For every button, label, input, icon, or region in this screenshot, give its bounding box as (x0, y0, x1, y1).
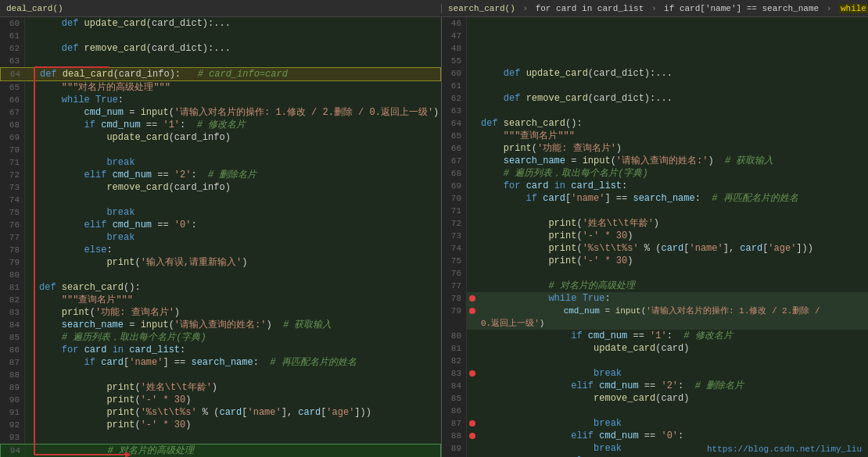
line-89: 89 print('姓名\t\t年龄') (0, 381, 441, 394)
left-code-scroll[interactable]: 60 def update_card(card_dict):... 61 62 … (0, 17, 441, 457)
line-90: 90 print('-' * 30) (0, 394, 441, 406)
line-83: 83 print('功能: 查询名片') (0, 306, 441, 319)
line-72: 72 elif cmd_num == '2': # 删除名片 (0, 169, 441, 181)
r-line-66: 66 print('功能: 查询名片') (442, 142, 868, 155)
line-82: 82 """查询名片""" (0, 294, 441, 306)
code-container: 60 def update_card(card_dict):... 61 62 … (0, 17, 868, 457)
r-line-71: 71 (442, 205, 868, 217)
right-code-lines: 46 47 48 55 (442, 17, 868, 457)
r-line-55: 55 (442, 55, 868, 67)
line-64: 64 def deal_card(card_info): # card_info… (0, 67, 441, 81)
r-line-60: 60 def update_card(card_dict):... (442, 67, 868, 80)
line-66: 66 while True: (0, 94, 441, 106)
line-79: 79 print('输入有误,请重新输入') (0, 256, 441, 269)
r-line-76: 76 (442, 267, 868, 280)
right-code-scroll[interactable]: 46 47 48 55 (442, 17, 868, 457)
line-85: 85 # 遍历列表，取出每个名片(字典) (0, 331, 441, 344)
line-68: 68 if cmd_num == '1': # 修改名片 (0, 119, 441, 131)
r-line-67: 67 search_name = input('请输入查询的姓名:') # 获取… (442, 155, 868, 167)
line-62: 62 def remove_card(card_dict):... (0, 42, 441, 55)
line-76: 76 elif cmd_num == '0': (0, 219, 441, 231)
r-line-69: 69 for card in card_list: (442, 180, 868, 192)
line-74: 74 (0, 194, 441, 206)
line-91: 91 print('%s\t\t%s' % (card['name'], car… (0, 406, 441, 419)
breadcrumb-sep3: › (827, 4, 837, 13)
line-63: 63 (0, 55, 441, 67)
r-line-62: 62 def remove_card(card_dict):... (442, 92, 868, 105)
breadcrumb-r1: search_card() (448, 4, 515, 13)
line-71: 71 break (0, 156, 441, 169)
right-panel: 46 47 48 55 (442, 17, 868, 457)
breadcrumb-left: deal_card() (0, 4, 442, 13)
r-line-61: 61 (442, 80, 868, 92)
r-line-88: 88 elif cmd_num == '0': (442, 430, 868, 442)
r-line-79: 79 cmd_num = input('请输入对名片的操作: 1.修改 / 2.… (442, 305, 868, 317)
line-84: 84 search_name = input('请输入查询的姓名:') # 获取… (0, 319, 441, 331)
line-87: 87 if card['name'] == search_name: # 再匹配… (0, 356, 441, 369)
breadcrumb-bar: deal_card() search_card() › for card in … (0, 0, 868, 17)
line-80: 80 (0, 269, 441, 281)
line-75: 75 break (0, 206, 441, 219)
left-panel: 60 def update_card(card_dict):... 61 62 … (0, 17, 442, 457)
line-86: 86 for card in card_list: (0, 344, 441, 356)
line-61: 61 (0, 30, 441, 42)
r-line-82: 82 (442, 355, 868, 367)
line-69: 69 update_card(card_info) (0, 131, 441, 144)
line-93: 93 (0, 431, 441, 444)
r-line-84: 84 elif cmd_num == '2': # 删除名片 (442, 380, 868, 392)
r-line-46: 46 (442, 17, 868, 30)
r-line-81: 81 update_card(card) (442, 342, 868, 355)
line-77: 77 break (0, 231, 441, 244)
line-78: 78 else: (0, 244, 441, 256)
breadcrumb-right: search_card() › for card in card_list › … (442, 4, 868, 13)
r-line-77: 77 # 对名片的高级处理 (442, 280, 868, 292)
r-line-83: 83 break (442, 367, 868, 380)
r-line-64: 64 def search_card(): (442, 117, 868, 130)
line-67: 67 cmd_num = input('请输入对名片的操作: 1.修改 / 2.… (0, 106, 441, 119)
line-81: 81 def search_card(): (0, 281, 441, 294)
r-line-87: 87 break (442, 417, 868, 430)
watermark: https://blog.csdn.net/limy_liu (707, 445, 862, 454)
r-line-70: 70 if card['name'] == search_name: # 再匹配… (442, 192, 868, 205)
breadcrumb-sep1: › (522, 4, 533, 13)
left-code-lines: 60 def update_card(card_dict):... 61 62 … (0, 17, 441, 457)
r-line-74: 74 print('%s\t\t%s' % (card['name'], car… (442, 242, 868, 255)
breadcrumb-r4: while True (839, 4, 868, 13)
r-line-65: 65 """查询名片""" (442, 130, 868, 142)
line-65: 65 """对名片的高级处理""" (0, 81, 441, 94)
r-line-79cont: 79 0.返回上一级') (442, 317, 868, 330)
r-line-47: 47 (442, 30, 868, 42)
line-60: 60 def update_card(card_dict):... (0, 17, 441, 30)
r-line-86: 86 (442, 405, 868, 417)
r-line-78: 78 while True: (442, 292, 868, 305)
r-line-85: 85 remove_card(card) (442, 392, 868, 405)
line-73: 73 remove_card(card_info) (0, 181, 441, 194)
line-92: 92 print('-' * 30) (0, 419, 441, 431)
line-70: 70 (0, 144, 441, 156)
r-line-63: 63 (442, 105, 868, 117)
r-line-72: 72 print('姓名\t\t年龄') (442, 217, 868, 230)
breadcrumb-func: deal_card() (6, 4, 63, 13)
line-94: 94 # 对名片的高级处理 (0, 444, 441, 457)
breadcrumb-r3: if card['name'] == search_name (664, 4, 819, 13)
r-line-80: 80 if cmd_num == '1': # 修改名片 (442, 330, 868, 342)
r-line-73: 73 print('-' * 30) (442, 230, 868, 242)
r-line-68: 68 # 遍历列表，取出每个名片(字典) (442, 167, 868, 180)
r-line-75: 75 print('-' * 30) (442, 255, 868, 267)
r-line-48: 48 (442, 42, 868, 55)
line-88: 88 (0, 369, 441, 381)
breadcrumb-sep2: › (651, 4, 662, 13)
breadcrumb-r2: for card in card_list (536, 4, 644, 13)
